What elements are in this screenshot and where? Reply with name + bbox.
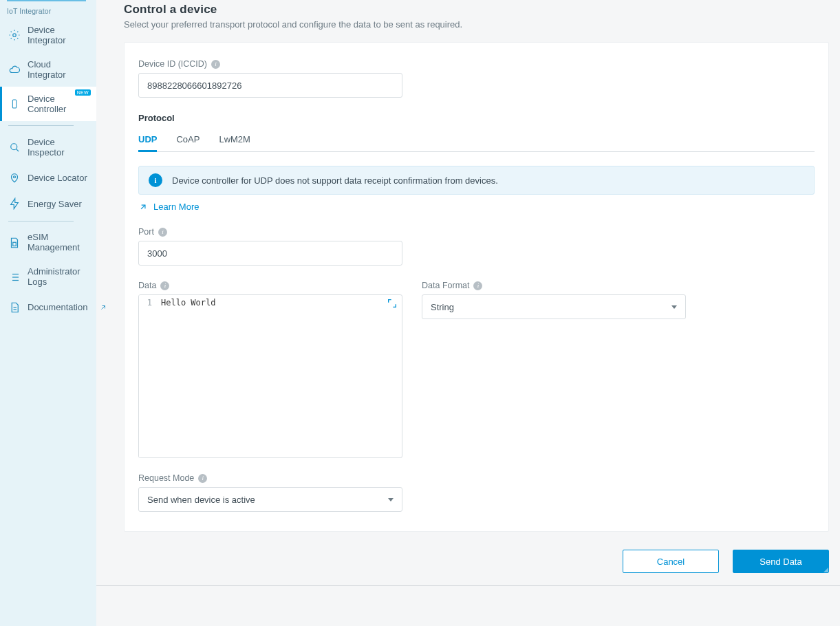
data-format-value: String — [431, 302, 454, 312]
data-field: Data i 1 Hello World — [138, 281, 402, 458]
svg-point-3 — [11, 144, 17, 150]
sidebar-item-admin-logs[interactable]: Administrator Logs — [0, 260, 96, 294]
info-circle-icon: i — [149, 173, 162, 187]
svg-rect-1 — [12, 100, 16, 108]
new-badge: NEW — [75, 89, 91, 96]
sidebar-item-documentation[interactable]: Documentation — [0, 294, 96, 321]
sidebar-divider — [8, 221, 74, 222]
data-label: Data — [138, 281, 156, 290]
form-card: Device ID (ICCID) i Protocol UDP CoAP Lw… — [124, 42, 829, 532]
footer-divider — [96, 585, 840, 586]
request-mode-value: Send when device is active — [147, 495, 255, 505]
device-id-input[interactable] — [138, 73, 402, 98]
learn-more-label: Learn More — [153, 202, 199, 212]
data-format-select[interactable]: String — [422, 294, 686, 319]
sidebar-item-label: eSIM Management — [28, 233, 89, 253]
external-link-icon — [97, 301, 109, 314]
request-mode-field: Request Mode i Send when device is activ… — [138, 473, 402, 512]
info-banner: i Device controller for UDP does not sup… — [138, 166, 815, 195]
svg-marker-6 — [11, 199, 19, 209]
info-icon[interactable]: i — [198, 474, 207, 483]
sidebar-divider — [8, 125, 74, 126]
sidebar-item-cloud-integrator[interactable]: Cloud Integrator — [0, 52, 96, 87]
port-field: Port i — [138, 227, 402, 266]
request-mode-select[interactable]: Send when device is active — [138, 487, 402, 512]
data-row: Data i 1 Hello World Data Format i — [138, 281, 815, 458]
gear-cloud-icon — [8, 29, 21, 41]
sidebar-top-accent — [7, 0, 86, 1]
editor-content[interactable]: Hello World — [157, 295, 402, 457]
app-root: IoT Integrator Device Integrator Cloud I… — [0, 0, 840, 626]
sidebar-item-label: Cloud Integrator — [28, 59, 89, 80]
device-icon — [8, 98, 21, 110]
sidebar-item-label: Administrator Logs — [28, 267, 89, 288]
magnifier-icon — [8, 141, 21, 153]
page-title: Control a device — [124, 3, 812, 17]
document-icon — [8, 301, 21, 314]
sidebar-item-device-integrator[interactable]: Device Integrator — [0, 18, 96, 52]
expand-icon[interactable] — [387, 298, 398, 309]
list-icon — [8, 271, 21, 283]
sidebar-item-label: Device Controller — [28, 94, 89, 114]
svg-point-0 — [13, 34, 17, 37]
sidebar-item-label: Energy Saver — [28, 199, 82, 209]
device-id-field: Device ID (ICCID) i — [138, 59, 402, 98]
data-format-label: Data Format — [422, 281, 469, 290]
info-icon[interactable]: i — [158, 228, 167, 237]
info-icon[interactable]: i — [211, 60, 220, 69]
protocol-tabs: UDP CoAP LwM2M — [138, 130, 815, 152]
sidebar-item-energy-saver[interactable]: Energy Saver — [0, 191, 96, 217]
data-format-field: Data Format i String — [422, 281, 686, 319]
main-content: Control a device Select your preferred t… — [96, 0, 840, 626]
editor-gutter: 1 — [139, 295, 157, 457]
sidebar-section-label: IoT Integrator — [0, 3, 96, 18]
page-subtitle: Select your preferred transport protocol… — [124, 19, 812, 30]
sidebar-item-device-locator[interactable]: Device Locator — [0, 164, 96, 191]
svg-line-4 — [17, 149, 19, 151]
sidebar-item-label: Device Inspector — [28, 137, 89, 158]
page-header: Control a device Select your preferred t… — [96, 0, 840, 42]
device-id-label: Device ID (ICCID) — [138, 59, 207, 69]
sim-card-icon — [8, 237, 21, 249]
form-footer: Cancel Send Data — [96, 532, 840, 585]
location-pin-icon — [8, 171, 21, 184]
port-input[interactable] — [138, 241, 402, 266]
lightning-icon — [8, 197, 21, 210]
sidebar: IoT Integrator Device Integrator Cloud I… — [0, 0, 96, 626]
cancel-button[interactable]: Cancel — [623, 550, 719, 573]
request-mode-label: Request Mode — [138, 473, 194, 483]
learn-more-link[interactable]: Learn More — [138, 202, 199, 212]
send-data-button[interactable]: Send Data — [733, 550, 829, 573]
info-icon[interactable]: i — [473, 281, 482, 290]
tab-udp[interactable]: UDP — [138, 130, 157, 151]
tab-coap[interactable]: CoAP — [176, 130, 200, 151]
svg-point-5 — [14, 176, 16, 178]
chevron-down-icon — [671, 305, 677, 309]
sidebar-item-label: Device Integrator — [28, 25, 89, 45]
data-editor[interactable]: 1 Hello World — [138, 294, 402, 458]
sidebar-item-esim-management[interactable]: eSIM Management — [0, 226, 96, 260]
svg-rect-7 — [13, 242, 17, 246]
sidebar-item-label: Device Locator — [28, 173, 87, 183]
sidebar-item-device-inspector[interactable]: Device Inspector — [0, 130, 96, 164]
port-label: Port — [138, 227, 154, 237]
protocol-heading: Protocol — [138, 113, 815, 123]
info-icon[interactable]: i — [160, 281, 169, 290]
external-arrow-icon — [138, 202, 148, 212]
sidebar-item-device-controller[interactable]: Device Controller NEW — [0, 87, 96, 121]
sidebar-item-label: Documentation — [28, 302, 87, 312]
info-message: Device controller for UDP does not suppo… — [172, 175, 498, 186]
chevron-down-icon — [388, 498, 394, 501]
tab-lwm2m[interactable]: LwM2M — [219, 130, 250, 151]
cloud-icon — [8, 63, 21, 76]
